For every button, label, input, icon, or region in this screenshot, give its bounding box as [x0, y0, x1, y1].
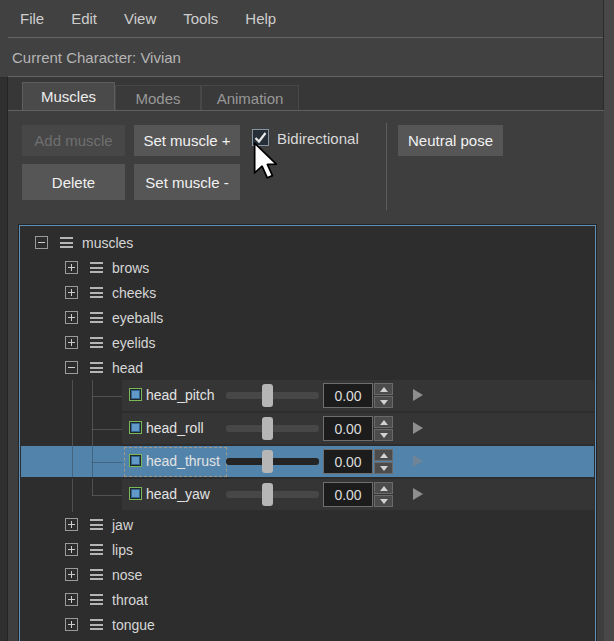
tree-item-label[interactable]: head	[112, 360, 143, 376]
value-spinners	[374, 416, 393, 441]
play-arrow-icon[interactable]	[413, 455, 423, 467]
set-muscle-minus-button[interactable]: Set muscle -	[134, 164, 240, 200]
add-muscle-button[interactable]: Add muscle	[22, 125, 125, 156]
tree-item-cheeks[interactable]: cheeks	[20, 280, 595, 305]
muscle-value-input[interactable]: 0.00	[323, 383, 373, 408]
play-arrow-icon[interactable]	[413, 488, 423, 500]
expand-icon[interactable]	[65, 261, 78, 274]
muscle-checkbox-icon[interactable]	[129, 487, 142, 500]
tree-item-label[interactable]: throat	[112, 592, 148, 608]
tree-item-label[interactable]: cheeks	[112, 285, 156, 301]
muscle-value-input[interactable]: 0.00	[323, 416, 373, 441]
hamburger-icon	[90, 262, 103, 273]
tree-item-label[interactable]: brows	[112, 260, 149, 276]
muscle-row-head_thrust[interactable]: head_thrust0.00	[20, 446, 595, 479]
spin-up-button[interactable]	[374, 449, 393, 461]
tree-item-eyelids[interactable]: eyelids	[20, 330, 595, 355]
tree-item-label[interactable]: eyelids	[112, 335, 156, 351]
checkmark-icon	[253, 130, 268, 145]
set-muscle-plus-button[interactable]: Set muscle +	[134, 125, 240, 156]
bidirectional-label[interactable]: Bidirectional	[277, 130, 359, 147]
muscle-controls-panel: head_yaw0.00	[122, 479, 594, 510]
tree-item-throat[interactable]: throat	[20, 587, 595, 612]
expand-icon[interactable]	[65, 336, 78, 349]
spin-up-button[interactable]	[374, 416, 393, 428]
current-character-label: Current Character: Vivian	[12, 49, 181, 66]
muscle-slider[interactable]	[226, 380, 319, 411]
tree-item-eyeballs[interactable]: eyeballs	[20, 305, 595, 330]
value-spinners	[374, 449, 393, 474]
muscle-name-label[interactable]: head_pitch	[146, 387, 215, 403]
expand-icon[interactable]	[65, 593, 78, 606]
muscle-slider[interactable]	[226, 479, 319, 510]
muscle-name-label[interactable]: head_roll	[146, 420, 204, 436]
muscle-slider[interactable]	[226, 413, 319, 444]
muscle-controls-panel: head_roll0.00	[122, 413, 594, 444]
tree-rows: musclesbrowscheekseyeballseyelidsheadhea…	[20, 226, 595, 637]
tree-item-muscles[interactable]: muscles	[20, 230, 595, 255]
tree-item-label[interactable]: muscles	[82, 235, 133, 251]
muscle-name-label[interactable]: head_yaw	[146, 486, 210, 502]
hamburger-icon	[90, 519, 103, 530]
expand-icon[interactable]	[65, 568, 78, 581]
tree-item-nose[interactable]: nose	[20, 562, 595, 587]
spin-down-button[interactable]	[374, 396, 393, 408]
tree-item-tongue[interactable]: tongue	[20, 612, 595, 637]
muscles-tree[interactable]: musclesbrowscheekseyeballseyelidsheadhea…	[19, 225, 596, 641]
tab-modes[interactable]: Modes	[115, 85, 201, 110]
collapse-icon[interactable]	[35, 236, 48, 249]
muscle-checkbox-fill	[131, 390, 140, 399]
menu-tools[interactable]: Tools	[183, 10, 218, 27]
menu-help[interactable]: Help	[245, 10, 276, 27]
muscle-name-label[interactable]: head_thrust	[146, 453, 220, 469]
delete-button[interactable]: Delete	[22, 164, 125, 200]
tree-item-jaw[interactable]: jaw	[20, 512, 595, 537]
tree-item-label[interactable]: nose	[112, 567, 142, 583]
value-spinners	[374, 482, 393, 507]
slider-handle[interactable]	[262, 450, 273, 473]
expand-icon[interactable]	[65, 543, 78, 556]
tree-item-label[interactable]: lips	[112, 542, 133, 558]
muscle-value-input[interactable]: 0.00	[323, 482, 373, 507]
hamburger-icon	[90, 594, 103, 605]
tree-item-brows[interactable]: brows	[20, 255, 595, 280]
tree-item-lips[interactable]: lips	[20, 537, 595, 562]
neutral-pose-button[interactable]: Neutral pose	[398, 125, 503, 156]
menu-view[interactable]: View	[124, 10, 156, 27]
collapse-icon[interactable]	[65, 361, 78, 374]
muscle-row-head_yaw[interactable]: head_yaw0.00	[20, 479, 595, 512]
muscle-checkbox-fill	[131, 456, 140, 465]
slider-handle[interactable]	[262, 417, 273, 440]
play-arrow-icon[interactable]	[413, 389, 423, 401]
expand-icon[interactable]	[65, 311, 78, 324]
tree-indent-guide	[72, 479, 73, 512]
muscle-value-input[interactable]: 0.00	[323, 449, 373, 474]
slider-handle[interactable]	[262, 384, 273, 407]
menu-edit[interactable]: Edit	[71, 10, 97, 27]
muscle-checkbox-icon[interactable]	[129, 454, 142, 467]
muscle-checkbox-icon[interactable]	[129, 388, 142, 401]
window-right-edge	[603, 0, 614, 641]
spin-down-button[interactable]	[374, 429, 393, 441]
muscle-checkbox-icon[interactable]	[129, 421, 142, 434]
play-arrow-icon[interactable]	[413, 422, 423, 434]
tab-animation[interactable]: Animation	[201, 85, 299, 110]
expand-icon[interactable]	[65, 618, 78, 631]
bidirectional-checkbox[interactable]	[252, 129, 269, 146]
tab-muscles[interactable]: Muscles	[22, 82, 115, 110]
muscle-slider[interactable]	[226, 446, 319, 477]
muscle-row-head_roll[interactable]: head_roll0.00	[20, 413, 595, 446]
tree-item-head[interactable]: head	[20, 355, 595, 380]
spin-up-button[interactable]	[374, 383, 393, 395]
muscle-row-head_pitch[interactable]: head_pitch0.00	[20, 380, 595, 413]
menu-file[interactable]: File	[20, 10, 44, 27]
spin-down-button[interactable]	[374, 462, 393, 474]
expand-icon[interactable]	[65, 286, 78, 299]
tree-item-label[interactable]: tongue	[112, 617, 155, 633]
tree-item-label[interactable]: eyeballs	[112, 310, 163, 326]
spin-down-button[interactable]	[374, 495, 393, 507]
tree-item-label[interactable]: jaw	[112, 517, 133, 533]
expand-icon[interactable]	[65, 518, 78, 531]
spin-up-button[interactable]	[374, 482, 393, 494]
slider-handle[interactable]	[262, 483, 273, 506]
